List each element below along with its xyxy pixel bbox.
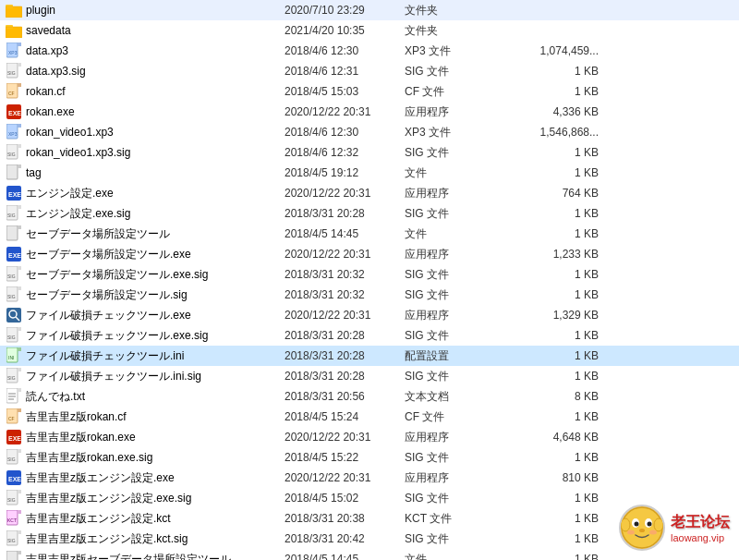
table-row[interactable]: plugin 2020/7/10 23:29 文件夹 <box>0 0 739 20</box>
file-size: 1 KB <box>515 65 608 78</box>
file-type: 文件 <box>405 226 515 242</box>
file-type: 应用程序 <box>405 247 515 262</box>
svg-text:SIG: SIG <box>7 497 16 503</box>
table-row[interactable]: EXE セーブデータ場所設定ツール.exe 2020/12/22 20:31 应… <box>0 244 739 264</box>
table-row[interactable]: SIG 吉里吉里z版rokan.exe.sig 2018/4/5 15:22 S… <box>0 447 739 468</box>
table-row[interactable]: EXE 吉里吉里z版エンジン設定.exe 2020/12/22 20:31 应用… <box>0 468 739 488</box>
svg-rect-28 <box>18 144 21 148</box>
svg-rect-14 <box>18 63 21 67</box>
file-date: 2020/12/22 20:31 <box>285 431 405 444</box>
table-row[interactable]: CF 吉里吉里z版rokan.cf 2018/4/5 15:24 CF 文件 1… <box>0 407 739 427</box>
file-type: 文本文档 <box>405 389 515 405</box>
file-size: 1 KB <box>515 512 608 525</box>
table-row[interactable]: 読んでね.txt 2018/3/31 20:56 文本文档 8 KB <box>0 386 739 407</box>
svg-text:INI: INI <box>8 355 14 360</box>
watermark: 老王论坛 laowang.vip <box>619 505 730 551</box>
svg-rect-91 <box>18 510 21 514</box>
file-type: XP3 文件 <box>405 125 515 140</box>
file-name: セーブデータ場所設定ツール.exe <box>26 247 285 262</box>
file-size: 1 KB <box>515 146 608 159</box>
table-row[interactable]: EXE rokan.exe 2020/12/22 20:31 应用程序 4,33… <box>0 102 739 122</box>
table-row[interactable]: SIG rokan_video1.xp3.sig 2018/4/6 12:32 … <box>0 142 739 163</box>
file-size: 1,546,868... <box>515 126 608 139</box>
file-type: 应用程序 <box>405 430 515 445</box>
svg-text:CF: CF <box>8 416 15 421</box>
file-date: 2018/3/31 20:38 <box>285 512 405 525</box>
file-date: 2021/4/20 10:35 <box>285 24 405 37</box>
table-row[interactable]: SIG ファイル破損チェックツール.exe.sig 2018/3/31 20:2… <box>0 325 739 346</box>
file-date: 2020/12/22 20:31 <box>285 187 405 200</box>
file-icon <box>4 307 24 323</box>
file-icon: XP3 <box>4 43 24 59</box>
table-row[interactable]: XP3 rokan_video1.xp3 2018/4/6 12:30 XP3 … <box>0 122 739 142</box>
file-date: 2018/4/6 12:30 <box>285 44 405 57</box>
file-name: rokan_video1.xp3.sig <box>26 146 285 159</box>
svg-rect-67 <box>6 388 18 403</box>
table-row[interactable]: EXE 吉里吉里z版rokan.exe 2020/12/22 20:31 应用程… <box>0 427 739 447</box>
table-row[interactable]: XP3 data.xp3 2018/4/6 12:30 XP3 文件 1,074… <box>0 41 739 61</box>
file-size: 1 KB <box>515 553 608 560</box>
svg-rect-2 <box>6 6 22 18</box>
file-icon: KCT <box>4 510 24 527</box>
svg-rect-61 <box>18 347 21 351</box>
file-date: 2020/12/22 20:31 <box>285 471 405 484</box>
file-name: ファイル破損チェックツール.exe.sig <box>26 328 285 344</box>
file-icon: SIG <box>4 327 24 344</box>
file-list[interactable]: plugin 2020/7/10 23:29 文件夹 savedata 2021… <box>0 0 739 560</box>
file-size: 1 KB <box>515 492 608 505</box>
table-row[interactable]: INI ファイル破損チェックツール.ini 2018/3/31 20:28 配置… <box>0 346 739 366</box>
file-name: ファイル破損チェックツール.ini <box>26 348 285 364</box>
table-row[interactable]: SIG エンジン設定.exe.sig 2018/3/31 20:28 SIG 文… <box>0 203 739 224</box>
file-name: 吉里吉里z版セーブデータ場所設定ツール <box>26 552 285 561</box>
table-row[interactable]: ファイル破損チェックツール.exe 2020/12/22 20:31 应用程序 … <box>0 305 739 325</box>
file-date: 2018/4/6 12:32 <box>285 146 405 159</box>
svg-rect-18 <box>18 83 21 87</box>
table-row[interactable]: SIG セーブデータ場所設定ツール.exe.sig 2018/3/31 20:3… <box>0 264 739 285</box>
file-type: SIG 文件 <box>405 328 515 344</box>
file-icon: EXE <box>4 185 24 201</box>
file-icon: SIG <box>4 449 24 466</box>
table-row[interactable]: tag 2018/4/5 19:12 文件 1 KB <box>0 163 739 183</box>
svg-text:SIG: SIG <box>7 274 16 279</box>
svg-point-114 <box>648 522 652 527</box>
file-date: 2018/3/31 20:28 <box>285 349 405 362</box>
file-size: 1 KB <box>515 410 608 423</box>
file-size: 810 KB <box>515 471 608 484</box>
file-size: 8 KB <box>515 390 608 403</box>
file-icon: SIG <box>4 368 24 384</box>
file-size: 1 KB <box>515 166 608 179</box>
file-type: 文件 <box>405 552 515 561</box>
table-row[interactable]: EXE エンジン設定.exe 2020/12/22 20:31 应用程序 764… <box>0 183 739 203</box>
file-name: 吉里吉里z版エンジン設定.kct <box>26 511 285 527</box>
file-type: SIG 文件 <box>405 145 515 161</box>
file-icon: SIG <box>4 63 24 79</box>
file-size: 764 KB <box>515 187 608 200</box>
svg-text:SIG: SIG <box>7 152 16 157</box>
svg-rect-99 <box>18 551 21 554</box>
file-type: 应用程序 <box>405 186 515 201</box>
file-type: SIG 文件 <box>405 450 515 466</box>
svg-point-117 <box>649 530 657 535</box>
table-row[interactable]: savedata 2021/4/20 10:35 文件夹 <box>0 20 739 41</box>
file-date: 2020/12/22 20:31 <box>285 309 405 322</box>
table-row[interactable]: SIG セーブデータ場所設定ツール.sig 2018/3/31 20:32 SI… <box>0 285 739 305</box>
file-type: 应用程序 <box>405 470 515 486</box>
file-date: 2018/4/5 15:22 <box>285 451 405 464</box>
table-row[interactable]: CF rokan.cf 2018/4/5 15:03 CF 文件 1 KB <box>0 81 739 102</box>
table-row[interactable]: SIG data.xp3.sig 2018/4/6 12:31 SIG 文件 1… <box>0 61 739 81</box>
svg-text:CF: CF <box>8 91 15 96</box>
svg-rect-32 <box>18 164 21 168</box>
file-icon: SIG <box>4 286 24 303</box>
watermark-subtitle: laowang.vip <box>671 532 730 543</box>
table-row[interactable]: SIG ファイル破損チェックツール.ini.sig 2018/3/31 20:2… <box>0 366 739 386</box>
table-row[interactable]: セーブデータ場所設定ツール 2018/4/5 14:45 文件 1 KB <box>0 224 739 244</box>
file-size: 1 KB <box>515 85 608 98</box>
file-type: SIG 文件 <box>405 64 515 79</box>
file-date: 2018/4/6 12:31 <box>285 65 405 78</box>
file-name: セーブデータ場所設定ツール.sig <box>26 287 285 303</box>
svg-text:EXE: EXE <box>8 476 21 482</box>
svg-text:SIG: SIG <box>7 294 16 299</box>
svg-point-110 <box>654 518 663 531</box>
file-size: 1,329 KB <box>515 309 608 322</box>
file-size: 1,074,459... <box>515 44 608 57</box>
